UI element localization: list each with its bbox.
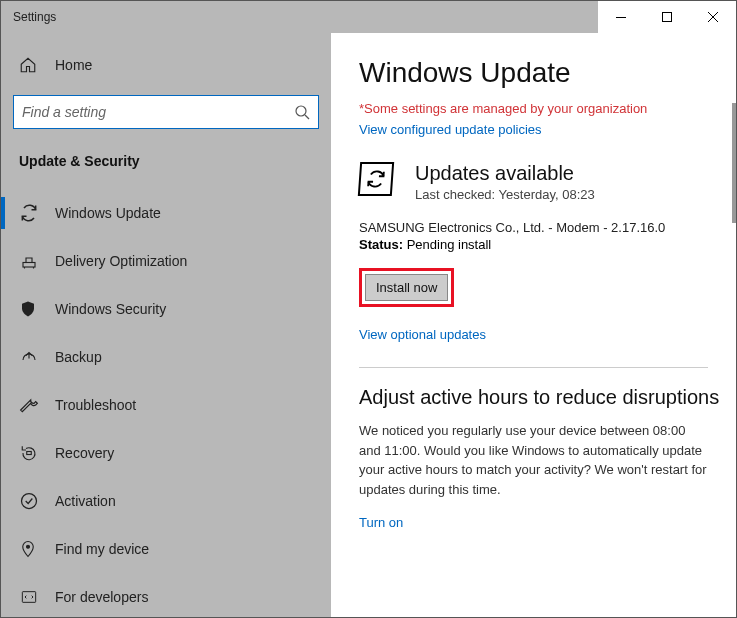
search-input[interactable] [22,104,294,120]
nav-recovery[interactable]: Recovery [1,429,331,477]
nav-label: Delivery Optimization [55,253,187,269]
nav-label: Troubleshoot [55,397,136,413]
nav-windows-update[interactable]: Windows Update [1,189,331,237]
nav-activation[interactable]: Activation [1,477,331,525]
wrench-icon [19,395,45,415]
optional-updates-link[interactable]: View optional updates [359,327,486,342]
minimize-button[interactable] [598,1,644,33]
nav-find-my-device[interactable]: Find my device [1,525,331,573]
last-checked-text: Last checked: Yesterday, 08:23 [415,187,595,202]
main-panel: Windows Update *Some settings are manage… [331,33,736,617]
nav-label: Windows Security [55,301,166,317]
svg-rect-4 [27,452,32,455]
category-header: Update & Security [1,143,331,189]
svg-point-2 [296,106,306,116]
configured-policies-link[interactable]: View configured update policies [359,122,542,137]
scrollbar[interactable] [732,103,736,223]
titlebar: Settings [1,1,736,33]
install-highlight: Install now [359,268,454,307]
nav-backup[interactable]: Backup [1,333,331,381]
update-sync-icon [358,162,394,196]
updates-available-title: Updates available [415,162,595,185]
status-line: Status: Pending install [359,237,736,252]
active-hours-body: We noticed you regularly use your device… [359,421,736,499]
status-label: Status: [359,237,403,252]
home-nav[interactable]: Home [1,45,331,85]
turn-on-link[interactable]: Turn on [359,515,403,530]
nav-troubleshoot[interactable]: Troubleshoot [1,381,331,429]
home-icon [19,56,45,74]
nav-windows-security[interactable]: Windows Security [1,285,331,333]
svg-rect-1 [663,13,672,22]
maximize-button[interactable] [644,1,690,33]
nav-delivery-optimization[interactable]: Delivery Optimization [1,237,331,285]
search-box[interactable] [13,95,319,129]
recovery-icon [19,443,45,463]
svg-point-5 [22,494,37,509]
check-circle-icon [19,491,45,511]
close-button[interactable] [690,1,736,33]
install-now-button[interactable]: Install now [365,274,448,301]
delivery-icon [19,251,45,271]
sync-icon [19,203,45,223]
nav-label: Windows Update [55,205,161,221]
home-label: Home [55,57,92,73]
managed-warning: *Some settings are managed by your organ… [359,101,736,116]
location-icon [19,539,45,559]
svg-rect-0 [616,17,626,18]
divider [359,367,708,368]
status-value: Pending install [403,237,491,252]
sidebar: Home Update & Security Windows Update De… [1,33,331,617]
driver-line: SAMSUNG Electronics Co., Ltd. - Modem - … [359,220,736,235]
nav-label: Find my device [55,541,149,557]
nav-label: Activation [55,493,116,509]
shield-icon [19,299,45,319]
page-title: Windows Update [359,57,736,89]
nav-label: For developers [55,589,148,605]
nav-for-developers[interactable]: For developers [1,573,331,617]
svg-rect-3 [23,263,35,268]
search-icon [294,104,310,120]
window-title: Settings [1,10,598,24]
nav-label: Backup [55,349,102,365]
svg-point-6 [27,545,30,548]
code-icon [19,587,45,607]
backup-icon [19,347,45,367]
active-hours-title: Adjust active hours to reduce disruption… [359,386,736,409]
window-controls [598,1,736,33]
nav-label: Recovery [55,445,114,461]
updates-header: Updates available Last checked: Yesterda… [359,162,736,202]
